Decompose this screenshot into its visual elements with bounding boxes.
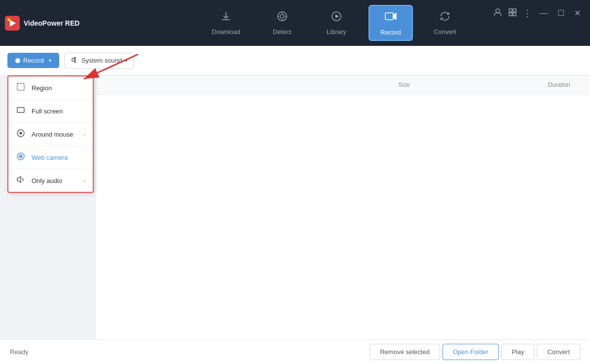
column-name-header: [106, 81, 398, 88]
tab-record[interactable]: Record: [369, 5, 413, 41]
app-title: VideoPower RED: [24, 19, 79, 27]
tab-detect[interactable]: Detect: [260, 6, 304, 39]
dropdown-item-region-label: Region: [32, 84, 52, 92]
download-icon: [220, 10, 232, 25]
dropdown-item-fullscreen-label: Full screen: [32, 108, 63, 115]
minimize-button[interactable]: —: [538, 8, 550, 19]
open-folder-button[interactable]: Open Folder: [442, 344, 499, 360]
dropdown-item-only-audio[interactable]: Only audio ›: [8, 169, 93, 192]
dropdown-item-region[interactable]: Region: [8, 76, 93, 100]
table-body: [96, 95, 590, 338]
audio-selector[interactable]: System sound ▾: [64, 53, 134, 69]
svg-rect-16: [509, 13, 512, 16]
menu-dots-icon[interactable]: ⋮: [523, 8, 532, 19]
svg-rect-20: [17, 83, 24, 90]
region-icon: [16, 82, 26, 93]
app-icon: [5, 16, 20, 31]
record-button[interactable]: Record ▾: [7, 53, 59, 68]
around-mouse-chevron: ›: [83, 131, 85, 137]
only-audio-icon: [16, 175, 26, 186]
column-size-header: Size: [398, 81, 409, 88]
svg-marker-12: [393, 13, 396, 19]
statusbar: Ready Remove selected Open Folder Play C…: [0, 339, 590, 364]
audio-dropdown-arrow: ▾: [125, 58, 127, 63]
tab-library-label: Library: [327, 28, 346, 36]
table-header: Size Duration: [96, 75, 590, 95]
dropdown-item-only-audio-label: Only audio: [32, 177, 62, 184]
svg-marker-10: [335, 14, 339, 18]
svg-rect-14: [509, 9, 512, 12]
convert-icon: [439, 10, 451, 25]
svg-point-13: [496, 9, 500, 13]
record-dropdown-arrow: ▾: [49, 58, 51, 63]
titlebar: VideoPower RED Download: [0, 0, 590, 46]
tab-convert-label: Convert: [434, 28, 456, 36]
dropdown-item-fullscreen[interactable]: Full screen: [8, 100, 93, 123]
svg-point-4: [280, 14, 284, 18]
app-logo: VideoPower RED: [5, 16, 84, 31]
svg-rect-21: [17, 108, 24, 112]
grid-icon[interactable]: [508, 8, 517, 19]
dropdown-item-around-mouse-label: Around mouse: [32, 131, 74, 138]
svg-rect-17: [513, 13, 516, 16]
tab-library[interactable]: Library: [314, 6, 359, 39]
tab-download-label: Download: [212, 28, 240, 36]
record-dropdown-menu: Region Full screen Around mouse › Web ca: [7, 75, 94, 193]
svg-point-2: [7, 18, 10, 21]
svg-rect-15: [513, 9, 516, 12]
titlebar-controls: ⋮ — ☐ ✕: [493, 7, 583, 19]
svg-point-23: [20, 132, 22, 134]
tab-download[interactable]: Download: [202, 6, 250, 39]
dropdown-item-around-mouse[interactable]: Around mouse ›: [8, 123, 93, 146]
tab-record-label: Record: [380, 29, 401, 36]
toolbar: Record ▾ System sound ▾: [0, 46, 590, 75]
remove-selected-button[interactable]: Remove selected: [369, 344, 440, 360]
audio-icon: [71, 57, 78, 65]
svg-rect-11: [385, 13, 393, 20]
detect-icon: [276, 10, 288, 25]
dropdown-item-web-camera[interactable]: Web camera: [8, 146, 93, 169]
tab-detect-label: Detect: [273, 28, 292, 36]
convert-button[interactable]: Convert: [537, 344, 580, 360]
only-audio-chevron: ›: [83, 178, 85, 183]
maximize-button[interactable]: ☐: [555, 7, 566, 19]
audio-label: System sound: [81, 57, 122, 64]
tab-convert[interactable]: Convert: [423, 6, 467, 39]
record-dot: [15, 58, 20, 63]
close-button[interactable]: ✕: [572, 7, 583, 19]
around-mouse-icon: [16, 129, 26, 140]
dropdown-item-web-camera-label: Web camera: [32, 154, 68, 161]
fullscreen-icon: [16, 106, 26, 116]
record-button-label: Record: [23, 57, 44, 64]
record-icon: [384, 10, 397, 26]
table-area: Size Duration: [96, 75, 590, 339]
bottom-buttons: Remove selected Open Folder Play Convert: [369, 344, 580, 360]
play-button[interactable]: Play: [501, 344, 534, 360]
user-icon[interactable]: [493, 8, 502, 19]
web-camera-icon: [16, 152, 26, 163]
column-duration-header: Duration: [548, 81, 570, 88]
status-text: Ready: [10, 348, 29, 356]
svg-point-26: [20, 156, 21, 157]
library-icon: [331, 10, 342, 25]
